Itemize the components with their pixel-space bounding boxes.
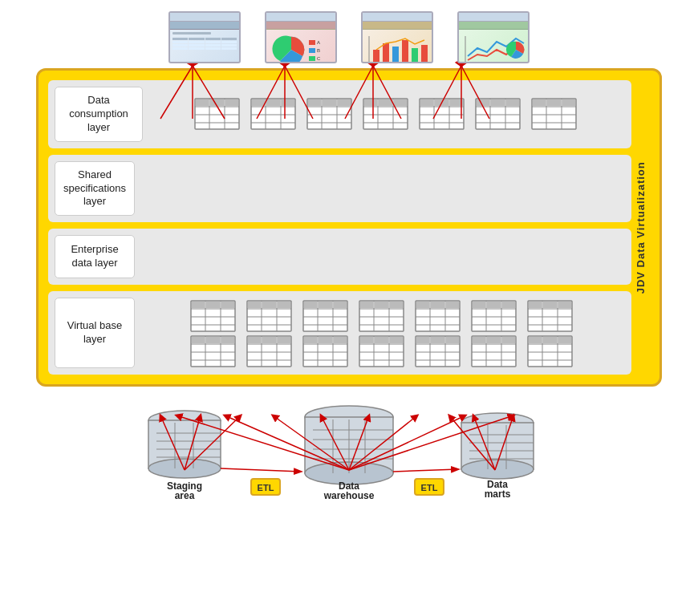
layer-specifications: Sharedspecificationslayer (48, 155, 631, 223)
specifications-label: Sharedspecificationslayer (55, 161, 135, 217)
enterprise-content (141, 235, 625, 278)
svg-rect-89 (221, 302, 234, 308)
svg-rect-178 (375, 337, 388, 343)
svg-rect-196 (487, 337, 501, 343)
svg-rect-159 (248, 337, 261, 343)
svg-rect-14 (421, 45, 428, 63)
svg-rect-87 (192, 302, 205, 308)
svg-rect-44 (338, 99, 351, 106)
svg-rect-80 (562, 99, 575, 106)
svg-rect-60 (420, 99, 433, 106)
svg-rect-107 (334, 302, 347, 308)
svg-rect-205 (543, 337, 557, 343)
svg-rect-141 (529, 302, 542, 308)
svg-text:B: B (317, 48, 320, 53)
svg-rect-116 (390, 302, 403, 308)
svg-rect-70 (491, 99, 505, 106)
layers-area: Data consumption layer (48, 80, 631, 375)
svg-text:A: A (317, 40, 320, 45)
svg-rect-170 (334, 337, 347, 343)
svg-rect-114 (360, 302, 373, 308)
screen-2: A B C (265, 11, 337, 63)
svg-rect-97 (262, 302, 276, 308)
svg-rect-197 (502, 337, 515, 343)
svg-line-245 (221, 468, 301, 472)
svg-text:warehouse: warehouse (323, 490, 375, 501)
svg-rect-125 (446, 302, 459, 308)
yellow-frame: Data consumption layer (36, 68, 662, 387)
svg-rect-150 (192, 337, 205, 343)
svg-rect-186 (416, 337, 429, 343)
svg-rect-78 (533, 99, 546, 106)
svg-rect-206 (558, 337, 571, 343)
svg-text:area: area (175, 490, 195, 501)
svg-rect-71 (506, 99, 519, 106)
svg-rect-124 (431, 302, 444, 308)
svg-point-209 (148, 459, 221, 478)
jdv-label: JDV Data Virtualization (631, 80, 650, 375)
svg-rect-34 (266, 99, 280, 106)
screens-row: A B C (168, 11, 530, 63)
consumption-content (149, 87, 625, 142)
svg-text:C: C (317, 56, 321, 61)
svg-rect-133 (487, 302, 501, 308)
svg-rect-79 (547, 99, 561, 106)
specifications-content (141, 161, 625, 217)
svg-rect-52 (379, 99, 392, 106)
enterprise-label: Enterprisedata layer (55, 235, 135, 278)
svg-line-246 (393, 469, 458, 472)
svg-rect-177 (360, 337, 373, 343)
svg-rect-123 (416, 302, 429, 308)
svg-rect-9 (373, 50, 379, 63)
main-container: A B C (0, 0, 698, 616)
svg-rect-160 (262, 337, 276, 343)
svg-rect-134 (502, 302, 515, 308)
svg-rect-195 (473, 337, 485, 343)
svg-rect-10 (383, 43, 389, 63)
svg-rect-24 (196, 99, 209, 106)
svg-rect-11 (392, 47, 399, 63)
svg-rect-43 (323, 99, 336, 106)
svg-rect-88 (206, 302, 220, 308)
svg-rect-96 (248, 302, 261, 308)
svg-rect-204 (529, 337, 542, 343)
svg-rect-2 (309, 48, 315, 53)
svg-rect-169 (319, 337, 332, 343)
svg-rect-51 (364, 99, 377, 106)
layer-virtual: Virtual baselayer (48, 291, 631, 375)
svg-point-228 (461, 460, 534, 479)
svg-rect-132 (473, 302, 485, 308)
svg-rect-151 (206, 337, 220, 343)
svg-rect-25 (210, 99, 224, 106)
svg-rect-161 (278, 337, 290, 343)
virtual-content (141, 298, 625, 368)
consumption-label: Data consumption layer (55, 87, 143, 142)
screen-4 (457, 11, 530, 63)
svg-rect-26 (225, 99, 238, 106)
svg-rect-142 (543, 302, 557, 308)
svg-rect-33 (252, 99, 265, 106)
svg-rect-98 (278, 302, 290, 308)
bottom-section: Staging area Data warehouse Data marts E… (36, 395, 662, 511)
svg-rect-106 (319, 302, 332, 308)
screen-3 (361, 11, 433, 63)
svg-rect-188 (446, 337, 459, 343)
svg-rect-62 (450, 99, 463, 106)
layer-enterprise: Enterprisedata layer (48, 229, 631, 285)
svg-text:marts: marts (485, 488, 511, 500)
layer-consumption: Data consumption layer (48, 80, 631, 148)
svg-rect-42 (308, 99, 321, 106)
svg-rect-69 (477, 99, 489, 106)
svg-rect-143 (558, 302, 571, 308)
svg-rect-1 (309, 40, 315, 45)
svg-rect-105 (304, 302, 317, 308)
svg-rect-12 (402, 40, 408, 63)
svg-rect-187 (431, 337, 444, 343)
svg-rect-115 (375, 302, 388, 308)
screen-1 (168, 11, 241, 63)
virtual-label: Virtual baselayer (55, 298, 135, 368)
svg-rect-168 (304, 337, 317, 343)
svg-text:ETL: ETL (421, 483, 438, 492)
svg-rect-179 (390, 337, 403, 343)
svg-rect-61 (435, 99, 448, 106)
